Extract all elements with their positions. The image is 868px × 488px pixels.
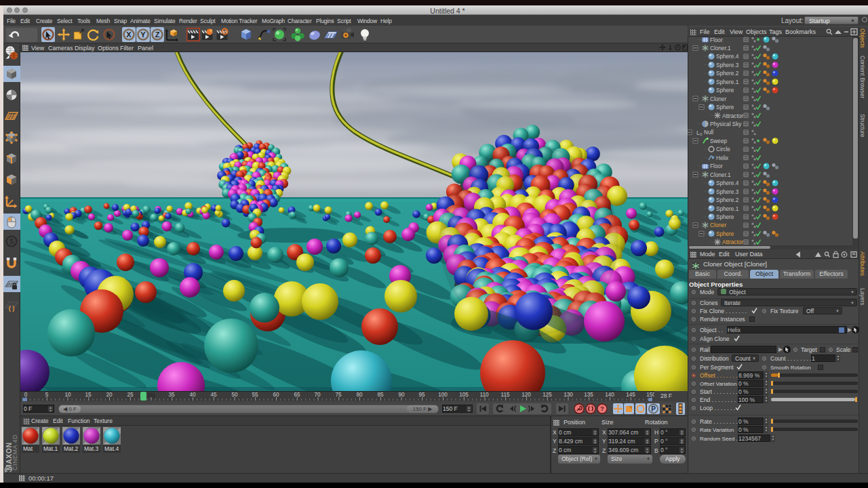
svg-text:( ): ( ) xyxy=(9,305,15,312)
svg-text:60: 60 xyxy=(273,392,279,398)
svg-text:65: 65 xyxy=(294,392,300,398)
svg-text:Attractor: Attractor xyxy=(722,239,743,245)
svg-text:28 F: 28 F xyxy=(660,392,672,399)
svg-text:40: 40 xyxy=(189,392,196,398)
svg-text:95: 95 xyxy=(418,392,425,398)
svg-text:Z: Z xyxy=(155,30,160,39)
svg-text:Null: Null xyxy=(704,129,713,136)
svg-text:Sphere: Sphere xyxy=(716,231,734,237)
svg-text:Sphere: Sphere xyxy=(716,214,734,220)
svg-text:10: 10 xyxy=(64,392,71,398)
svg-text:Attractor: Attractor xyxy=(722,113,743,119)
svg-text:Sphere.4: Sphere.4 xyxy=(716,54,739,60)
svg-text:45: 45 xyxy=(210,392,217,398)
svg-text:25: 25 xyxy=(127,392,134,398)
svg-text:Sweep: Sweep xyxy=(710,138,727,144)
svg-text:90: 90 xyxy=(398,392,405,398)
svg-text:140: 140 xyxy=(605,392,614,398)
svg-text:Floor: Floor xyxy=(710,163,723,169)
svg-text:Cloner: Cloner xyxy=(710,222,726,228)
svg-text:35: 35 xyxy=(168,392,175,398)
svg-text:0: 0 xyxy=(700,132,703,136)
svg-text:Sphere.1: Sphere.1 xyxy=(716,79,739,85)
svg-text:Sphere.2: Sphere.2 xyxy=(716,70,739,77)
svg-text:Sphere: Sphere xyxy=(716,104,734,110)
svg-text:P: P xyxy=(651,405,656,413)
svg-text:Sphere.2: Sphere.2 xyxy=(716,197,739,203)
svg-text:Sphere.1: Sphere.1 xyxy=(716,206,739,212)
svg-text:130: 130 xyxy=(564,392,573,398)
svg-text:Cloner.1: Cloner.1 xyxy=(710,172,731,178)
svg-text:125: 125 xyxy=(542,392,552,398)
svg-text:115: 115 xyxy=(500,392,509,398)
svg-text:110: 110 xyxy=(479,392,488,398)
svg-text:50: 50 xyxy=(231,392,238,398)
svg-text:0: 0 xyxy=(24,392,28,398)
svg-text:80: 80 xyxy=(356,392,363,398)
svg-text:75: 75 xyxy=(335,392,342,398)
svg-text:Circle: Circle xyxy=(716,146,730,152)
svg-text:Sphere: Sphere xyxy=(716,87,734,94)
svg-text:120: 120 xyxy=(521,392,531,398)
svg-text:100: 100 xyxy=(438,392,448,398)
svg-text:Y: Y xyxy=(140,30,146,39)
svg-text:20: 20 xyxy=(106,392,113,398)
svg-text:Cloner.1: Cloner.1 xyxy=(710,45,731,52)
svg-text:Sphere.3: Sphere.3 xyxy=(716,62,739,68)
svg-text:135: 135 xyxy=(584,392,593,398)
svg-text:145: 145 xyxy=(626,392,635,398)
svg-text:85: 85 xyxy=(377,392,384,398)
svg-text:?: ? xyxy=(600,405,604,412)
svg-text:Floor: Floor xyxy=(710,37,723,43)
svg-text:5: 5 xyxy=(45,392,49,398)
svg-text:105: 105 xyxy=(459,392,469,398)
svg-text:15: 15 xyxy=(85,392,92,398)
svg-text:Physical Sky: Physical Sky xyxy=(710,121,742,127)
svg-text:Helix: Helix xyxy=(716,155,728,161)
svg-text:55: 55 xyxy=(252,392,258,398)
svg-text:Sphere.4: Sphere.4 xyxy=(716,180,739,186)
svg-text:X: X xyxy=(126,30,132,39)
svg-text:S: S xyxy=(9,238,14,245)
svg-text:70: 70 xyxy=(314,392,321,398)
svg-text:Sphere.3: Sphere.3 xyxy=(716,189,739,195)
svg-text:28): 28) xyxy=(147,392,155,399)
svg-text:Cloner: Cloner xyxy=(710,96,726,102)
